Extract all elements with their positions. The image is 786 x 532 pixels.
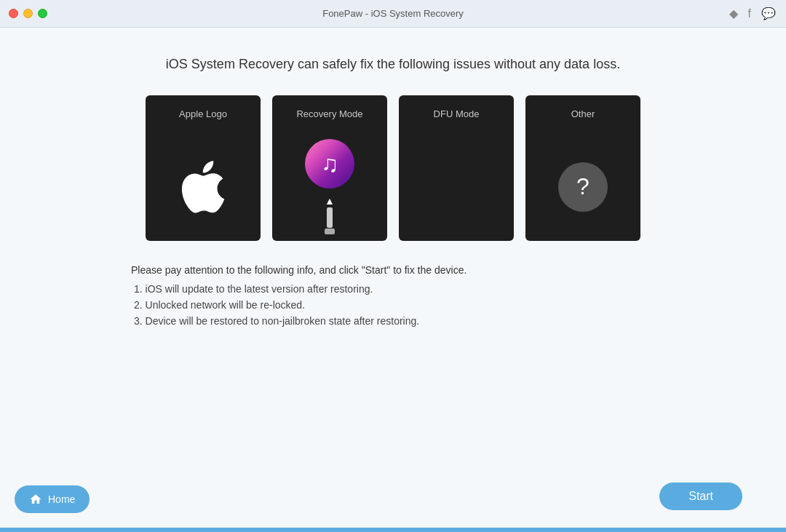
itunes-icon: ♫ [305,139,354,188]
maximize-button[interactable] [38,9,47,18]
card-recovery-mode[interactable]: Recovery Mode ♫ ▲ [272,95,387,241]
title-bar: FonePaw - iOS System Recovery ◆ f 💬 [0,0,786,28]
info-item-2: 2. Unlocked network will be re-locked. [134,299,655,311]
info-header-text: Please pay attention to the following in… [131,264,655,276]
cable-icon: ▲ [325,196,335,234]
question-mark-icon: ? [576,173,590,200]
facebook-icon[interactable]: f [748,7,751,20]
traffic-lights [9,9,47,18]
card-other[interactable]: Other ? [525,95,640,241]
apple-logo-icon-area [180,132,226,241]
cable-tip [325,229,335,234]
title-bar-icons: ◆ f 💬 [729,7,776,20]
apple-logo-icon [180,161,226,213]
chat-icon[interactable]: 💬 [761,7,776,20]
close-button[interactable] [9,9,18,18]
home-icon [29,493,42,506]
home-button[interactable]: Home [15,485,90,513]
other-icon-area: ? [558,132,608,241]
window-title: FonePaw - iOS System Recovery [322,8,464,19]
card-apple-logo[interactable]: Apple Logo [146,95,261,241]
bottom-bar [0,528,786,532]
home-button-label: Home [48,493,75,505]
cable-body [327,207,333,228]
diamond-icon[interactable]: ◆ [729,7,738,20]
cards-row: Apple Logo Recovery Mode ♫ ▲ [146,95,640,241]
card-recovery-mode-title: Recovery Mode [296,108,362,119]
card-apple-logo-title: Apple Logo [179,108,227,119]
question-circle-icon: ? [558,162,608,212]
headline-text: iOS System Recovery can safely fix the f… [166,57,620,72]
info-item-3: 3. Device will be restored to non-jailbr… [134,315,655,327]
recovery-mode-icon-area: ♫ ▲ [305,132,354,241]
card-dfu-mode[interactable]: DFU Mode [399,95,514,241]
card-dfu-mode-title: DFU Mode [434,108,480,119]
info-item-1: 1. iOS will update to the latest version… [134,283,655,295]
start-button[interactable]: Start [659,483,742,510]
info-section: Please pay attention to the following in… [131,264,655,331]
cable-arrow-icon: ▲ [325,196,335,206]
main-content: iOS System Recovery can safely fix the f… [0,28,786,528]
minimize-button[interactable] [23,9,33,18]
music-note-icon: ♫ [321,152,338,175]
card-other-title: Other [571,108,595,119]
